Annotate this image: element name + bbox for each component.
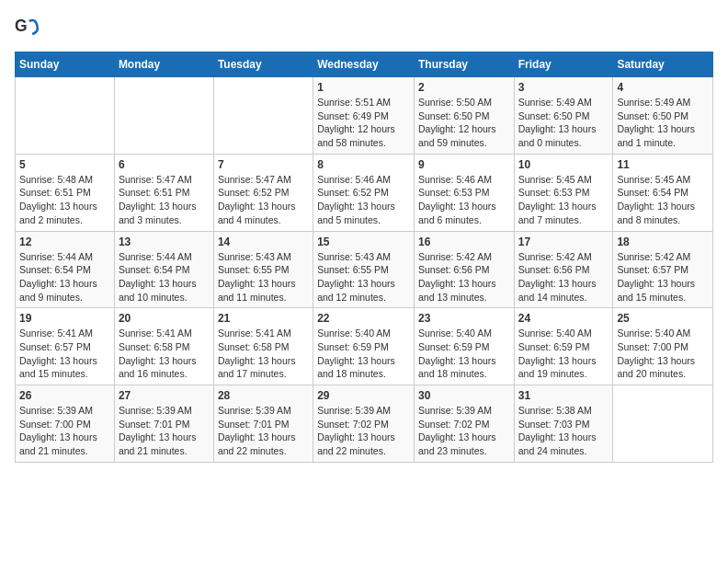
calendar-cell: 26Sunrise: 5:39 AM Sunset: 7:00 PM Dayli… (16, 385, 115, 463)
calendar-cell: 23Sunrise: 5:40 AM Sunset: 6:59 PM Dayli… (414, 308, 514, 385)
day-number: 31 (518, 389, 609, 402)
calendar-cell: 24Sunrise: 5:40 AM Sunset: 6:59 PM Dayli… (514, 308, 613, 385)
day-info: Sunrise: 5:46 AM Sunset: 6:53 PM Dayligh… (418, 173, 510, 227)
calendar-cell: 7Sunrise: 5:47 AM Sunset: 6:52 PM Daylig… (213, 154, 313, 231)
day-info: Sunrise: 5:40 AM Sunset: 6:59 PM Dayligh… (518, 327, 609, 381)
day-info: Sunrise: 5:44 AM Sunset: 6:54 PM Dayligh… (19, 250, 110, 304)
calendar-week-3: 12Sunrise: 5:44 AM Sunset: 6:54 PM Dayli… (16, 231, 713, 308)
day-info: Sunrise: 5:41 AM Sunset: 6:58 PM Dayligh… (119, 327, 210, 381)
day-number: 30 (418, 389, 510, 402)
weekday-header-tuesday: Tuesday (213, 52, 313, 77)
calendar-cell: 19Sunrise: 5:41 AM Sunset: 6:57 PM Dayli… (16, 308, 115, 385)
calendar-cell (213, 77, 313, 155)
calendar-cell: 14Sunrise: 5:43 AM Sunset: 6:55 PM Dayli… (213, 231, 313, 308)
day-info: Sunrise: 5:46 AM Sunset: 6:52 PM Dayligh… (317, 173, 410, 227)
day-number: 18 (617, 236, 709, 248)
day-info: Sunrise: 5:47 AM Sunset: 6:51 PM Dayligh… (119, 173, 210, 227)
day-number: 23 (418, 312, 510, 325)
calendar-cell (613, 385, 713, 463)
day-number: 12 (19, 236, 110, 248)
day-number: 11 (617, 158, 709, 171)
day-number: 5 (19, 158, 110, 171)
calendar-cell: 18Sunrise: 5:42 AM Sunset: 6:57 PM Dayli… (613, 231, 713, 308)
weekday-header-monday: Monday (114, 52, 213, 77)
day-number: 24 (518, 312, 609, 325)
calendar-week-4: 19Sunrise: 5:41 AM Sunset: 6:57 PM Dayli… (16, 308, 713, 385)
calendar-table: SundayMondayTuesdayWednesdayThursdayFrid… (15, 52, 713, 463)
day-number: 17 (518, 236, 609, 248)
day-info: Sunrise: 5:41 AM Sunset: 6:57 PM Dayligh… (19, 327, 110, 381)
day-info: Sunrise: 5:39 AM Sunset: 7:00 PM Dayligh… (19, 404, 110, 458)
calendar-cell: 13Sunrise: 5:44 AM Sunset: 6:54 PM Dayli… (114, 231, 213, 308)
day-info: Sunrise: 5:44 AM Sunset: 6:54 PM Dayligh… (119, 250, 210, 304)
day-number: 3 (518, 81, 609, 94)
day-number: 8 (317, 158, 410, 171)
calendar-cell: 22Sunrise: 5:40 AM Sunset: 6:59 PM Dayli… (313, 308, 415, 385)
logo: G (15, 15, 44, 40)
day-info: Sunrise: 5:43 AM Sunset: 6:55 PM Dayligh… (218, 250, 309, 304)
day-number: 29 (317, 389, 410, 402)
weekday-header-saturday: Saturday (613, 52, 713, 77)
day-info: Sunrise: 5:48 AM Sunset: 6:51 PM Dayligh… (19, 173, 110, 227)
day-number: 28 (218, 389, 309, 402)
day-number: 9 (418, 158, 510, 171)
day-number: 26 (19, 389, 110, 402)
day-number: 6 (119, 158, 210, 171)
day-info: Sunrise: 5:39 AM Sunset: 7:02 PM Dayligh… (317, 404, 410, 458)
calendar-cell: 1Sunrise: 5:51 AM Sunset: 6:49 PM Daylig… (313, 77, 415, 155)
calendar-cell: 28Sunrise: 5:39 AM Sunset: 7:01 PM Dayli… (213, 385, 313, 463)
calendar-cell: 3Sunrise: 5:49 AM Sunset: 6:50 PM Daylig… (514, 77, 613, 155)
calendar-cell (114, 77, 213, 155)
weekday-header-thursday: Thursday (414, 52, 514, 77)
day-number: 20 (119, 312, 210, 325)
page-header: G (15, 15, 713, 40)
day-number: 22 (317, 312, 410, 325)
day-number: 10 (518, 158, 609, 171)
svg-text:G: G (15, 17, 28, 35)
calendar-cell: 21Sunrise: 5:41 AM Sunset: 6:58 PM Dayli… (213, 308, 313, 385)
day-info: Sunrise: 5:39 AM Sunset: 7:01 PM Dayligh… (119, 404, 210, 458)
day-info: Sunrise: 5:45 AM Sunset: 6:53 PM Dayligh… (518, 173, 609, 227)
calendar-cell: 17Sunrise: 5:42 AM Sunset: 6:56 PM Dayli… (514, 231, 613, 308)
calendar-cell: 29Sunrise: 5:39 AM Sunset: 7:02 PM Dayli… (313, 385, 415, 463)
calendar-cell: 6Sunrise: 5:47 AM Sunset: 6:51 PM Daylig… (114, 154, 213, 231)
day-info: Sunrise: 5:42 AM Sunset: 6:57 PM Dayligh… (617, 250, 709, 304)
day-info: Sunrise: 5:41 AM Sunset: 6:58 PM Dayligh… (218, 327, 309, 381)
calendar-cell: 11Sunrise: 5:45 AM Sunset: 6:54 PM Dayli… (613, 154, 713, 231)
day-info: Sunrise: 5:43 AM Sunset: 6:55 PM Dayligh… (317, 250, 410, 304)
day-number: 16 (418, 236, 510, 248)
day-info: Sunrise: 5:47 AM Sunset: 6:52 PM Dayligh… (218, 173, 309, 227)
calendar-week-5: 26Sunrise: 5:39 AM Sunset: 7:00 PM Dayli… (16, 385, 713, 463)
weekday-header-row: SundayMondayTuesdayWednesdayThursdayFrid… (16, 52, 713, 77)
calendar-body: 1Sunrise: 5:51 AM Sunset: 6:49 PM Daylig… (16, 77, 713, 463)
day-number: 13 (119, 236, 210, 248)
day-info: Sunrise: 5:45 AM Sunset: 6:54 PM Dayligh… (617, 173, 709, 227)
calendar-cell: 15Sunrise: 5:43 AM Sunset: 6:55 PM Dayli… (313, 231, 415, 308)
calendar-week-2: 5Sunrise: 5:48 AM Sunset: 6:51 PM Daylig… (16, 154, 713, 231)
weekday-header-sunday: Sunday (16, 52, 115, 77)
weekday-header-wednesday: Wednesday (313, 52, 415, 77)
day-info: Sunrise: 5:39 AM Sunset: 7:01 PM Dayligh… (218, 404, 309, 458)
calendar-cell: 8Sunrise: 5:46 AM Sunset: 6:52 PM Daylig… (313, 154, 415, 231)
day-number: 21 (218, 312, 309, 325)
calendar-cell: 27Sunrise: 5:39 AM Sunset: 7:01 PM Dayli… (114, 385, 213, 463)
day-number: 1 (317, 81, 410, 94)
day-number: 4 (617, 81, 709, 94)
day-info: Sunrise: 5:49 AM Sunset: 6:50 PM Dayligh… (518, 96, 609, 150)
day-info: Sunrise: 5:51 AM Sunset: 6:49 PM Dayligh… (317, 96, 410, 150)
weekday-header-friday: Friday (514, 52, 613, 77)
day-info: Sunrise: 5:40 AM Sunset: 6:59 PM Dayligh… (418, 327, 510, 381)
day-number: 25 (617, 312, 709, 325)
calendar-cell: 20Sunrise: 5:41 AM Sunset: 6:58 PM Dayli… (114, 308, 213, 385)
day-number: 2 (418, 81, 510, 94)
day-info: Sunrise: 5:42 AM Sunset: 6:56 PM Dayligh… (418, 250, 510, 304)
day-info: Sunrise: 5:40 AM Sunset: 7:00 PM Dayligh… (617, 327, 709, 381)
calendar-cell: 30Sunrise: 5:39 AM Sunset: 7:02 PM Dayli… (414, 385, 514, 463)
day-info: Sunrise: 5:49 AM Sunset: 6:50 PM Dayligh… (617, 96, 709, 150)
calendar-cell: 16Sunrise: 5:42 AM Sunset: 6:56 PM Dayli… (414, 231, 514, 308)
day-info: Sunrise: 5:42 AM Sunset: 6:56 PM Dayligh… (518, 250, 609, 304)
day-number: 19 (19, 312, 110, 325)
calendar-cell: 4Sunrise: 5:49 AM Sunset: 6:50 PM Daylig… (613, 77, 713, 155)
day-info: Sunrise: 5:50 AM Sunset: 6:50 PM Dayligh… (418, 96, 510, 150)
calendar-week-1: 1Sunrise: 5:51 AM Sunset: 6:49 PM Daylig… (16, 77, 713, 155)
